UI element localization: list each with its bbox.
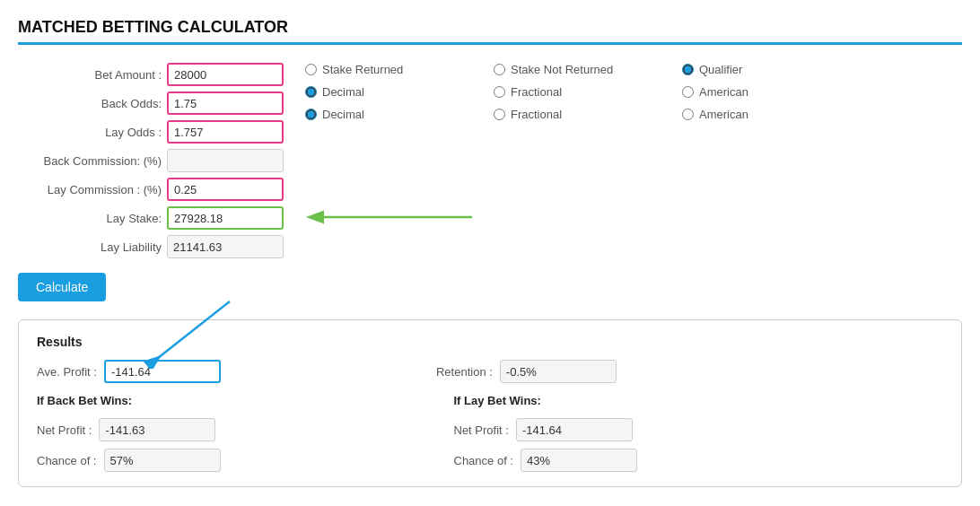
lay-liability-label: Lay Liability xyxy=(18,240,162,254)
qualifier-label: Qualifier xyxy=(699,63,742,76)
lay-liability-row: Lay Liability xyxy=(18,235,287,258)
lay-odds-row: Lay Odds : xyxy=(18,120,287,144)
fractional1-label: Fractional xyxy=(511,85,562,99)
calculate-button[interactable]: Calculate xyxy=(18,273,106,301)
retention-field: Retention : xyxy=(436,360,617,383)
results-title: Results xyxy=(37,335,943,349)
avg-profit-row: Ave. Profit : Retention : xyxy=(37,360,943,383)
fractional1-radio[interactable] xyxy=(494,86,505,98)
lay-commission-row: Lay Commission : (%) xyxy=(18,178,287,201)
lay-chance-input xyxy=(521,449,637,472)
lay-stake-row: Lay Stake: xyxy=(18,206,287,230)
back-bet-col: If Back Bet Wins: Net Profit : Chance of… xyxy=(37,394,221,472)
qualifier-option[interactable]: Qualifier xyxy=(682,63,844,76)
title-bar xyxy=(18,42,962,45)
back-chance-input xyxy=(104,449,221,472)
lay-bet-title: If Lay Bet Wins: xyxy=(454,394,638,407)
page-title: MATCHED BETTING CALCULATOR xyxy=(18,18,962,37)
blue-arrow-icon xyxy=(140,297,248,369)
american1-label: American xyxy=(699,85,748,99)
results-section: Results Ave. Profit : Retention : xyxy=(18,319,962,487)
bet-amount-row: Bet Amount : xyxy=(18,63,287,86)
back-odds-row: Back Odds: xyxy=(18,92,287,115)
lay-net-profit-field: Net Profit : xyxy=(454,418,638,441)
american2-label: American xyxy=(699,108,748,121)
american1-radio[interactable] xyxy=(682,86,694,98)
results-grid: If Back Bet Wins: Net Profit : Chance of… xyxy=(37,394,943,472)
back-net-profit-field: Net Profit : xyxy=(37,418,221,441)
american2-radio[interactable] xyxy=(682,109,694,120)
decimal2-radio[interactable] xyxy=(305,109,317,120)
decimal1-radio[interactable] xyxy=(305,86,317,98)
ave-profit-label: Ave. Profit : xyxy=(37,365,97,379)
stake-not-returned-option[interactable]: Stake Not Returned xyxy=(494,63,655,76)
back-bet-title: If Back Bet Wins: xyxy=(37,394,221,407)
fractional2-label: Fractional xyxy=(511,108,562,121)
stake-not-returned-label: Stake Not Returned xyxy=(511,63,613,76)
back-odds-label: Back Odds: xyxy=(18,97,162,110)
decimal2-option[interactable]: Decimal xyxy=(305,108,467,121)
fractional1-option[interactable]: Fractional xyxy=(494,85,655,99)
bet-amount-label: Bet Amount : xyxy=(18,68,162,82)
decimal1-option[interactable]: Decimal xyxy=(305,85,467,99)
stake-returned-radio[interactable] xyxy=(305,64,317,75)
back-commission-row: Back Commission: (%) xyxy=(18,149,287,172)
back-chance-field: Chance of : xyxy=(37,449,221,472)
svg-line-3 xyxy=(158,301,230,358)
fractional2-option[interactable]: Fractional xyxy=(494,108,655,121)
decimal1-label: Decimal xyxy=(322,85,364,99)
back-net-profit-label: Net Profit : xyxy=(37,423,92,437)
back-chance-label: Chance of : xyxy=(37,454,97,467)
lay-stake-label: Lay Stake: xyxy=(18,212,162,225)
back-odds-input[interactable] xyxy=(167,92,284,115)
qualifier-radio[interactable] xyxy=(682,64,694,75)
lay-liability-input xyxy=(167,235,284,258)
fractional2-radio[interactable] xyxy=(494,109,505,120)
retention-label: Retention : xyxy=(436,365,493,379)
american1-option[interactable]: American xyxy=(682,85,844,99)
back-commission-label: Back Commission: (%) xyxy=(18,154,162,168)
ave-profit-field: Ave. Profit : xyxy=(37,360,221,383)
american2-option[interactable]: American xyxy=(682,108,844,121)
lay-commission-input[interactable] xyxy=(167,178,284,201)
stake-returned-label: Stake Returned xyxy=(322,63,403,76)
lay-stake-input[interactable] xyxy=(167,206,284,230)
lay-chance-field: Chance of : xyxy=(454,449,638,472)
stake-not-returned-radio[interactable] xyxy=(494,64,505,75)
stake-returned-option[interactable]: Stake Returned xyxy=(305,63,467,76)
decimal2-label: Decimal xyxy=(322,108,364,121)
lay-odds-input[interactable] xyxy=(167,120,284,144)
lay-odds-label: Lay Odds : xyxy=(18,126,162,139)
lay-bet-col: If Lay Bet Wins: Net Profit : Chance of … xyxy=(454,394,638,472)
retention-input xyxy=(500,360,617,383)
lay-commission-label: Lay Commission : (%) xyxy=(18,183,162,196)
back-net-profit-input xyxy=(99,418,215,441)
back-commission-input[interactable] xyxy=(167,149,284,172)
ave-profit-input xyxy=(104,360,221,383)
lay-net-profit-input xyxy=(516,418,633,441)
bet-amount-input[interactable] xyxy=(167,63,284,86)
lay-net-profit-label: Net Profit : xyxy=(454,423,509,437)
lay-chance-label: Chance of : xyxy=(454,454,514,467)
